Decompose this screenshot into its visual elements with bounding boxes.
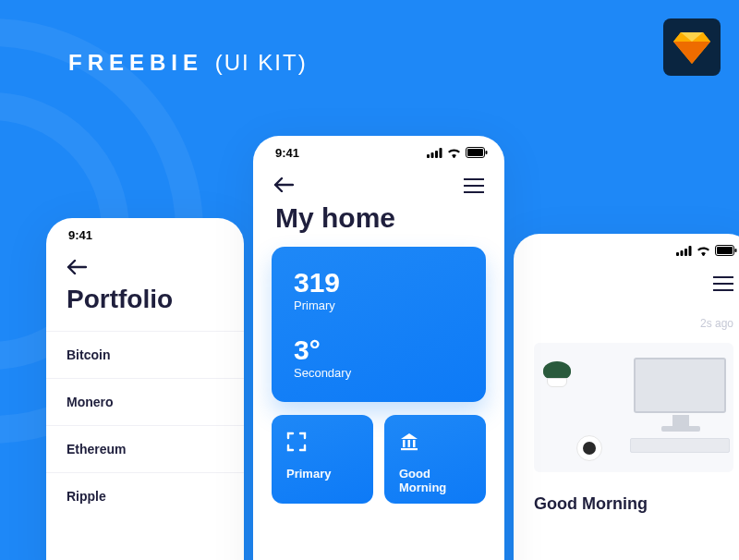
page-title: My home <box>253 201 504 247</box>
primary-label: Primary <box>294 298 464 312</box>
hamburger-icon[interactable] <box>713 276 733 291</box>
signal-icon <box>427 148 442 158</box>
svg-rect-22 <box>689 246 692 256</box>
card-label: Good Morning <box>399 467 471 494</box>
hamburger-icon[interactable] <box>464 178 484 193</box>
status-time: 9:41 <box>68 228 92 242</box>
back-arrow-icon[interactable] <box>67 258 87 279</box>
status-bar: 9:41 <box>253 136 504 169</box>
greeting: Good Morning <box>534 494 733 514</box>
phone-feed: 2s ago Good Morning <box>514 234 739 560</box>
nav-bar <box>46 251 244 283</box>
svg-rect-15 <box>403 440 406 447</box>
svg-rect-13 <box>467 149 483 156</box>
diamond-icon <box>673 30 710 64</box>
page-title: Portfolio <box>46 283 244 331</box>
svg-rect-14 <box>486 151 488 154</box>
svg-rect-7 <box>427 154 430 158</box>
nav-bar <box>253 169 504 201</box>
wifi-icon <box>447 148 461 158</box>
svg-rect-10 <box>440 148 442 158</box>
battery-icon <box>715 245 737 256</box>
svg-point-11 <box>453 155 455 158</box>
svg-point-23 <box>702 253 705 256</box>
svg-rect-19 <box>676 252 679 256</box>
svg-rect-26 <box>735 249 737 252</box>
feed-image[interactable] <box>534 343 733 472</box>
svg-rect-21 <box>684 249 687 256</box>
signal-icon <box>676 246 692 256</box>
bank-icon <box>399 432 471 456</box>
expand-icon <box>286 432 358 456</box>
svg-rect-16 <box>408 440 411 447</box>
svg-rect-9 <box>435 151 438 158</box>
banner-title: FREEBIE (UI KIT) <box>68 50 308 76</box>
list-item[interactable]: Ripple <box>46 472 244 519</box>
secondary-value: 3° <box>294 335 464 366</box>
svg-rect-25 <box>717 247 733 254</box>
svg-marker-4 <box>673 42 692 64</box>
status-time: 9:41 <box>275 146 299 160</box>
time-ago: 2s ago <box>534 317 733 330</box>
phone-home: 9:41 My home 319 Primary 3° Secondary Pr… <box>253 136 504 560</box>
nav-bar <box>514 267 739 298</box>
back-arrow-icon[interactable] <box>273 176 294 197</box>
list-item[interactable]: Ethereum <box>46 425 244 472</box>
battery-icon <box>466 147 488 158</box>
status-bar: 9:41 <box>46 218 244 251</box>
sketch-logo <box>663 18 721 76</box>
banner-title-bold: FREEBIE <box>68 50 203 75</box>
status-icons <box>676 245 737 256</box>
small-card-secondary[interactable]: Good Morning <box>384 415 486 504</box>
phone-portfolio: 9:41 Portfolio Bitcoin Monero Ethereum R… <box>46 218 244 560</box>
svg-rect-18 <box>401 448 418 450</box>
primary-value: 319 <box>294 267 464 298</box>
svg-marker-5 <box>692 42 710 64</box>
wifi-icon <box>697 246 710 256</box>
svg-rect-20 <box>681 250 684 256</box>
svg-rect-17 <box>413 440 416 447</box>
card-label: Primary <box>286 467 358 481</box>
small-card-primary[interactable]: Primary <box>272 415 373 504</box>
list-item[interactable]: Monero <box>46 378 244 425</box>
status-bar <box>514 234 739 267</box>
summary-card[interactable]: 319 Primary 3° Secondary <box>272 247 486 402</box>
svg-rect-8 <box>431 152 434 158</box>
list-item[interactable]: Bitcoin <box>46 331 244 378</box>
banner-title-light: (UI KIT) <box>215 50 308 75</box>
secondary-label: Secondary <box>294 366 464 380</box>
status-icons <box>427 147 488 158</box>
